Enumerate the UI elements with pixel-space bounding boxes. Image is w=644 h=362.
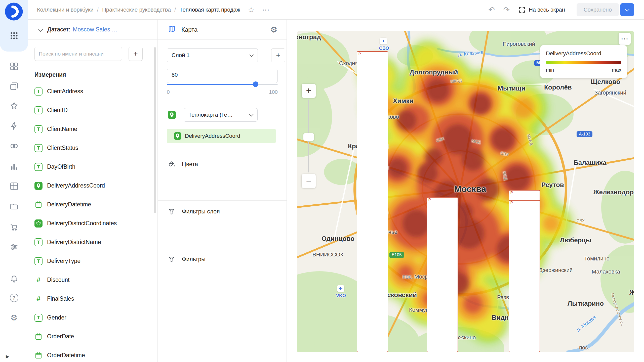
fullscreen-button[interactable]: На весь экран — [518, 6, 565, 14]
breadcrumb-collections[interactable]: Коллекции и воркбуки — [37, 7, 94, 13]
field-name: OrderDate — [47, 333, 74, 340]
field-row[interactable]: OrderDatetime — [28, 346, 154, 362]
breadcrumb-guides[interactable]: Практические руководства — [102, 7, 171, 13]
sidebar-item-service-settings[interactable] — [0, 242, 28, 253]
map-canvas[interactable]: Зеленоград✈СВОСходняРДолгопрудныйПирогов… — [297, 31, 634, 352]
field-row[interactable]: DeliveryDistrictCoordinates — [28, 214, 154, 233]
map-menu-button[interactable]: ⋯ — [619, 33, 631, 45]
field-name: ClientName — [47, 126, 77, 132]
topbar-actions: ↶ ↷ На весь экран Сохранено — [489, 3, 634, 16]
sidebar-item-connections[interactable] — [0, 141, 28, 152]
settings-button[interactable]: ⚙ — [0, 312, 28, 323]
opacity-input[interactable] — [171, 71, 192, 78]
dataset-label: Датасет: — [47, 26, 70, 33]
add-field-button[interactable]: + — [129, 47, 143, 61]
field-row[interactable]: TClientAddress — [28, 82, 154, 101]
geo-field-chip[interactable]: DeliveryAddressCoord — [167, 129, 276, 143]
dataset-panel-header[interactable]: Датасет: Moscow Sales … — [28, 20, 157, 40]
page-title: Тепловая карта продаж — [179, 7, 240, 13]
funnel-icon — [168, 208, 175, 215]
scrollbar[interactable] — [154, 47, 156, 213]
sidebar-item-dashboards[interactable] — [0, 61, 28, 72]
field-row[interactable]: TClientID — [28, 101, 154, 120]
field-row[interactable]: DeliveryDatetime — [28, 195, 154, 214]
saved-button[interactable]: Сохранено — [577, 3, 619, 16]
sidebar-item-favorites[interactable] — [0, 100, 28, 111]
lightning-icon — [10, 121, 19, 130]
bell-icon — [10, 274, 19, 283]
colors-section[interactable]: Цвета — [168, 160, 198, 168]
field-row[interactable]: TDeliveryDistrictName — [28, 233, 154, 252]
slider-min-label: 0 — [167, 89, 170, 95]
dataset-name-link[interactable]: Moscow Sales … — [73, 26, 117, 33]
zoom-in-button[interactable]: + — [302, 84, 316, 98]
more-actions-icon[interactable]: ⋯ — [262, 6, 270, 14]
chevron-down-icon — [249, 112, 254, 117]
filters-section[interactable]: Фильтры — [168, 255, 206, 263]
geotype-select[interactable]: Теплокарта (Ге… — [184, 108, 258, 122]
field-name: DeliveryDistrictName — [47, 239, 101, 246]
field-row[interactable]: TClientStatus — [28, 139, 154, 157]
field-name: DeliveryDistrictCoordinates — [47, 220, 117, 227]
sidebar-item-storage[interactable] — [0, 201, 28, 212]
geopoint-field-icon — [34, 182, 43, 190]
app-root: ? ⚙ ▶ Коллекции и воркбуки / Практически… — [0, 0, 644, 362]
favorite-star-icon[interactable]: ☆ — [248, 6, 255, 14]
text-field-icon: T — [34, 106, 43, 114]
text-field-icon: T — [34, 163, 43, 171]
field-row[interactable]: #FinalSales — [28, 289, 154, 308]
field-row[interactable]: TDayOfBirth — [28, 157, 154, 176]
colors-section-label: Цвета — [182, 161, 198, 168]
undo-icon[interactable]: ↶ — [489, 5, 495, 14]
gear-icon[interactable]: ⚙ — [270, 25, 277, 34]
fullscreen-icon — [518, 6, 526, 14]
heatmap-legend: DeliveryAddressCoord min max — [540, 45, 627, 78]
sidebar-item-quick-actions[interactable] — [0, 120, 28, 131]
dimensions-title: Измерения — [34, 71, 66, 78]
chevron-down-icon — [625, 7, 629, 11]
save-dropdown-button[interactable] — [620, 3, 634, 16]
help-button[interactable]: ? — [0, 292, 28, 303]
datalens-logo-icon — [5, 2, 23, 21]
field-row[interactable]: TDeliveryType — [28, 252, 154, 270]
nav-rail: ? ⚙ ▶ — [0, 0, 28, 362]
opacity-slider[interactable] — [167, 81, 278, 87]
legend-gradient-bar — [546, 61, 621, 64]
bar-chart-icon — [10, 162, 19, 171]
sidebar-item-charts[interactable] — [0, 161, 28, 172]
field-search-row: + — [34, 47, 143, 61]
field-row[interactable]: DeliveryAddressCoord — [28, 176, 154, 195]
folder-icon — [10, 202, 19, 211]
zoom-slider-handle[interactable]: ···· — [303, 133, 314, 141]
field-row[interactable]: #Discount — [28, 270, 154, 289]
field-row[interactable]: OrderDate — [28, 327, 154, 346]
zoom-out-button[interactable]: − — [302, 174, 316, 188]
search-input[interactable] — [34, 47, 122, 61]
collapse-rail-button[interactable]: ▶ — [0, 351, 15, 362]
datalens-logo[interactable] — [5, 2, 23, 21]
legend-title: DeliveryAddressCoord — [546, 50, 621, 57]
slider-handle[interactable] — [253, 81, 258, 87]
field-row[interactable]: TGender — [28, 308, 154, 327]
sliders-icon — [10, 243, 19, 252]
dashboards-icon — [10, 62, 19, 71]
chevron-down-icon — [250, 53, 254, 57]
geopolygon-field-icon — [34, 219, 43, 228]
layer-select[interactable]: Слой 1 — [167, 48, 258, 62]
sidebar-item-datasets[interactable] — [0, 181, 28, 192]
field-row[interactable]: TClientName — [28, 120, 154, 139]
layer-filters-section[interactable]: Фильтры слоя — [168, 208, 220, 215]
connections-icon — [10, 142, 19, 151]
notifications-button[interactable] — [0, 273, 28, 284]
opacity-input-box — [167, 69, 278, 83]
field-name: DayOfBirth — [47, 163, 75, 170]
geotype-select-value: Теплокарта (Ге… — [188, 112, 233, 118]
redo-icon[interactable]: ↷ — [503, 5, 510, 14]
number-field-icon: # — [34, 276, 43, 284]
sidebar-item-marketplace[interactable] — [0, 221, 28, 233]
add-layer-button[interactable]: + — [271, 48, 285, 62]
field-name: Discount — [47, 277, 69, 283]
sidebar-item-all-services[interactable] — [0, 30, 28, 41]
layer-filters-label: Фильтры слоя — [182, 208, 220, 215]
sidebar-item-workbooks[interactable] — [0, 81, 28, 92]
